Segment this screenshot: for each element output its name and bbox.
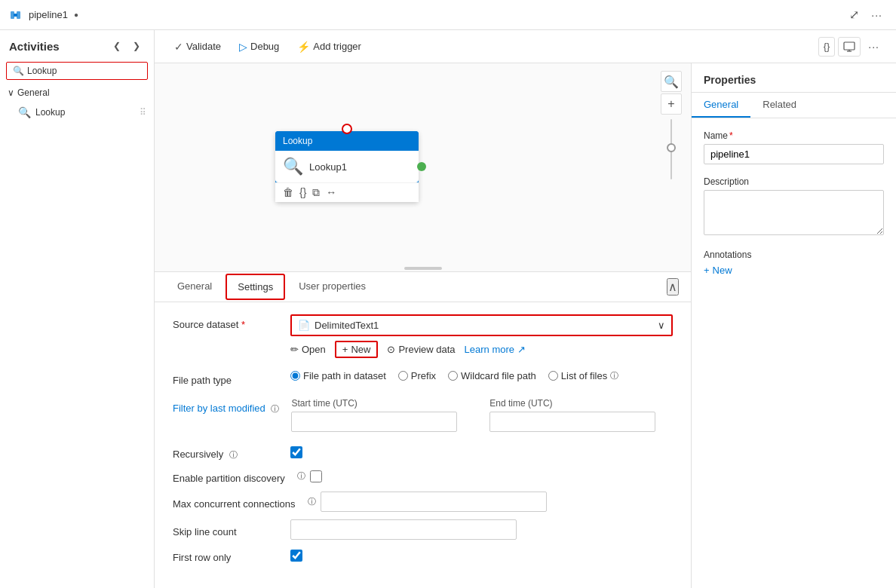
plus-icon: +: [342, 344, 348, 355]
first-row-label: First row only: [173, 547, 278, 563]
search-box-container: 🔍: [6, 62, 148, 80]
name-required-marker: *: [729, 130, 733, 141]
filter-control: Start time (UTC) End time (UTC): [291, 398, 673, 432]
collapse-left-button[interactable]: ❮: [109, 38, 125, 54]
file-path-type-row: File path type File path in dataset: [173, 370, 673, 386]
canvas-resize-handle[interactable]: [404, 267, 442, 270]
tab-general[interactable]: General: [167, 274, 222, 299]
tab-user-properties[interactable]: User properties: [288, 274, 376, 299]
radio-listoffiles-input[interactable]: [548, 371, 558, 381]
start-time-field: Start time (UTC): [291, 398, 474, 432]
more-options-button[interactable]: ···: [867, 6, 887, 24]
first-row-checkbox[interactable]: [290, 550, 302, 562]
svg-rect-2: [14, 14, 17, 17]
node-copy-button[interactable]: ⧉: [312, 186, 320, 199]
toolbar-right: {} ···: [818, 37, 884, 57]
top-bar: pipeline1 ● ⤢ ···: [0, 0, 896, 30]
recursively-info-icon: ⓘ: [229, 450, 238, 459]
sidebar-item-lookup[interactable]: 🔍 Lookup ⠿: [0, 103, 154, 122]
canvas-add-button[interactable]: +: [661, 93, 682, 115]
prop-name-label: Name *: [704, 130, 884, 141]
prop-tab-general[interactable]: General: [692, 93, 750, 118]
new-button[interactable]: + New: [335, 341, 379, 358]
debug-button[interactable]: ▷ Debug: [232, 38, 287, 56]
node-connect-dot[interactable]: [417, 162, 426, 171]
max-connections-label: Max concurrent connections: [173, 494, 296, 510]
open-link[interactable]: ✏ Open: [290, 344, 326, 355]
radio-filepath-input[interactable]: [290, 371, 300, 381]
preview-data-link[interactable]: ⊙ Preview data: [387, 344, 455, 355]
recursively-checkbox[interactable]: [290, 446, 302, 458]
skip-line-row: Skip line count: [173, 519, 673, 540]
radio-wildcard-input[interactable]: [448, 371, 458, 381]
canvas-search-button[interactable]: 🔍: [661, 71, 682, 92]
tab-user-properties-label: User properties: [299, 280, 366, 292]
node-card: Lookup 🔍 Lookup1 🗑 {} ⧉: [275, 131, 419, 202]
node-delete-button[interactable]: 🗑: [283, 186, 293, 199]
drag-handle-icon[interactable]: ⠿: [140, 107, 146, 118]
file-path-radio-group: File path in dataset Prefix Wildcard fil…: [290, 370, 673, 381]
end-time-label: End time (UTC): [489, 398, 673, 409]
radio-wildcard[interactable]: Wildcard file path: [448, 370, 536, 381]
sidebar-title: Activities: [9, 40, 60, 53]
prop-tab-related[interactable]: Related: [750, 93, 809, 118]
skip-line-input[interactable]: [290, 519, 517, 540]
lookup-node[interactable]: Lookup 🔍 Lookup1 🗑 {} ⧉: [275, 131, 419, 202]
sidebar-header-actions: ❮ ❯: [109, 38, 145, 54]
sidebar: Activities ❮ ❯ 🔍 ∨ General 🔍 Lookup ⠿: [0, 30, 155, 588]
collapse-right-button[interactable]: ❯: [128, 38, 145, 54]
validate-icon: ✓: [174, 41, 183, 53]
panel-collapse-button[interactable]: ∧: [667, 278, 679, 296]
tab-settings[interactable]: Settings: [226, 274, 285, 300]
properties-body: Name * Description Annotations + New: [692, 118, 896, 588]
prop-description-textarea[interactable]: [704, 190, 884, 235]
canvas[interactable]: Lookup 🔍 Lookup1 🗑 {} ⧉: [155, 63, 691, 271]
start-time-input[interactable]: [291, 412, 457, 432]
unsaved-indicator: ●: [74, 11, 78, 19]
radio-prefix-input[interactable]: [398, 371, 408, 381]
expand-button[interactable]: ⤢: [845, 5, 864, 25]
partition-checkbox[interactable]: [310, 470, 322, 482]
search-icon: 🔍: [13, 66, 24, 76]
zoom-thumb: [667, 143, 676, 152]
learn-more-link[interactable]: Learn more ↗: [465, 344, 526, 355]
bottom-panel-header: General Settings User properties ∧: [155, 272, 691, 302]
node-toolbar: 🗑 {} ⧉ ↔: [275, 182, 419, 202]
end-time-input[interactable]: [489, 412, 655, 432]
filter-modified-row: Filter by last modified ⓘ Start time (UT…: [173, 398, 673, 432]
more-toolbar-button[interactable]: ···: [864, 37, 884, 57]
time-row: Start time (UTC) End time (UTC): [291, 398, 673, 432]
settings-content: Source dataset * 📄 DelimitedText1 ∨: [155, 302, 691, 583]
prop-description-field: Description: [704, 176, 884, 237]
recursively-label: Recursively ⓘ: [173, 444, 278, 461]
search-input[interactable]: [27, 66, 141, 76]
node-connect-button[interactable]: ↔: [326, 186, 336, 199]
radio-filepath[interactable]: File path in dataset: [290, 370, 386, 381]
node-top-circle: [342, 124, 352, 134]
canvas-column: Lookup 🔍 Lookup1 🗑 {} ⧉: [155, 63, 691, 588]
svg-rect-3: [844, 42, 855, 50]
category-general-label: General: [17, 87, 50, 98]
max-connections-input[interactable]: [321, 492, 547, 512]
source-dataset-select[interactable]: 📄 DelimitedText1 ∨: [290, 314, 673, 336]
max-connections-control: ⓘ: [308, 492, 673, 512]
partition-control: ⓘ: [297, 470, 322, 482]
monitor-button[interactable]: [838, 37, 861, 57]
start-time-label: Start time (UTC): [291, 398, 474, 409]
properties-header: Properties: [692, 63, 896, 93]
partition-label: Enable partition discovery: [173, 468, 285, 484]
radio-prefix[interactable]: Prefix: [398, 370, 436, 381]
code-button[interactable]: {}: [818, 37, 836, 57]
add-annotation-button[interactable]: + New: [704, 265, 884, 276]
canvas-zoom-slider[interactable]: [661, 116, 682, 182]
max-connections-info-icon: ⓘ: [308, 496, 316, 507]
main-layout: Activities ❮ ❯ 🔍 ∨ General 🔍 Lookup ⠿ ✓ …: [0, 30, 896, 588]
prop-name-input[interactable]: [704, 144, 884, 164]
radio-listoffiles[interactable]: List of files ⓘ: [548, 370, 618, 381]
bottom-panel: General Settings User properties ∧: [155, 271, 691, 588]
validate-button[interactable]: ✓ Validate: [167, 38, 229, 56]
properties-panel: Properties General Related Name *: [691, 63, 896, 588]
sidebar-category-general[interactable]: ∨ General: [0, 83, 154, 103]
add-trigger-button[interactable]: ⚡ Add trigger: [290, 38, 369, 56]
node-code-button[interactable]: {}: [299, 186, 306, 199]
